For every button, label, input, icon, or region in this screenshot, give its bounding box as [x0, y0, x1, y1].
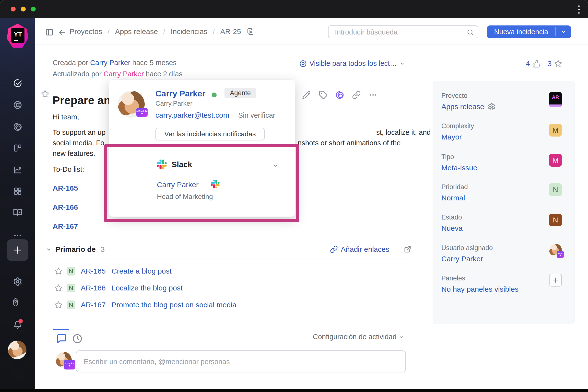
link-icon[interactable]: [352, 90, 361, 99]
more-apps-icon[interactable]: [13, 231, 22, 240]
help-icon[interactable]: ?: [13, 298, 22, 308]
comment-input[interactable]: [83, 352, 398, 371]
close-window-button[interactable]: [11, 6, 16, 12]
copy-id-icon[interactable]: [247, 28, 254, 36]
updated-user-link[interactable]: Carry Parker: [104, 70, 144, 78]
star-icon[interactable]: [54, 267, 63, 275]
popup-email-link[interactable]: carry.parker@test.com: [156, 111, 229, 120]
reports-icon[interactable]: [13, 165, 22, 174]
field-label: Tipo: [441, 153, 454, 161]
breadcrumb-projects[interactable]: Proyectos: [70, 28, 102, 36]
create-button[interactable]: [7, 239, 29, 261]
status-badge: N: [67, 284, 75, 292]
visibility-selector[interactable]: Visible para todos los lect…: [299, 60, 405, 68]
role-badge: Agente: [225, 88, 256, 98]
tag-icon[interactable]: [319, 90, 328, 99]
state-badge[interactable]: N: [549, 214, 562, 226]
priority-badge[interactable]: N: [549, 183, 562, 196]
thumbs-up-icon[interactable]: [532, 60, 541, 68]
complexity-badge[interactable]: M: [549, 124, 562, 136]
minimize-window-button[interactable]: [21, 6, 26, 12]
linked-issue-title[interactable]: Promote the blog post on social media: [112, 301, 236, 309]
new-issue-dropdown-icon[interactable]: [556, 29, 571, 35]
zoom-window-button[interactable]: [31, 6, 36, 12]
browser-menu-icon[interactable]: [577, 6, 581, 14]
search-icon[interactable]: [467, 29, 474, 36]
history-tab-icon[interactable]: [72, 333, 83, 344]
body-line-3-right: nshots or short animations of the: [298, 139, 401, 147]
slack-collapse-chevron-icon[interactable]: [272, 162, 279, 169]
toggle-panel-icon[interactable]: [45, 28, 54, 37]
issues-icon[interactable]: [13, 78, 22, 88]
activity-divider: [53, 330, 414, 330]
knowledge-base-icon[interactable]: [13, 208, 22, 217]
body-line-3-left: social media. Fo: [53, 139, 104, 147]
type-badge[interactable]: M: [549, 154, 562, 167]
add-links-button[interactable]: Añadir enlaces: [330, 245, 389, 254]
youtrack-tips-badge: YouTrack Tips✦: [136, 108, 148, 117]
field-label: Proyecto: [441, 92, 467, 100]
open-links-external-icon[interactable]: [404, 246, 411, 253]
add-board-button[interactable]: [549, 274, 562, 286]
slack-section-header[interactable]: Slack: [157, 160, 192, 169]
linked-issue-id[interactable]: AR-165: [81, 267, 106, 275]
project-settings-gear-icon[interactable]: [488, 103, 495, 110]
star-icon[interactable]: [54, 301, 63, 309]
created-user-link[interactable]: Carry Parker: [90, 59, 130, 66]
helpdesk-icon[interactable]: [13, 100, 22, 110]
search-box: [328, 26, 478, 38]
links-divider: [53, 258, 414, 258]
likes-count: 4: [526, 60, 530, 68]
collapse-chevron-icon[interactable]: [46, 246, 52, 252]
slack-user-link[interactable]: Carry Parker: [157, 180, 199, 189]
header-divider: [35, 44, 588, 45]
field-value-state[interactable]: Nueva: [441, 224, 463, 232]
linked-issue-title[interactable]: Create a blog post: [112, 267, 172, 275]
field-value-complexity[interactable]: Mayor: [441, 133, 462, 141]
breadcrumb-issues[interactable]: Incidencias: [171, 28, 207, 36]
popup-user-name[interactable]: Carry Parker: [156, 89, 205, 98]
project-avatar[interactable]: AR: [549, 92, 562, 107]
linked-issue-title[interactable]: Localize the blog post: [112, 284, 183, 292]
youtrack-logo[interactable]: YT: [7, 24, 29, 48]
field-value-priority[interactable]: Normal: [441, 194, 465, 202]
stars-count: 3: [548, 60, 552, 68]
new-issue-button[interactable]: Nueva incidencia: [487, 26, 571, 38]
todo-label: To-Do list:: [53, 166, 84, 174]
comments-tab-icon[interactable]: [56, 333, 67, 344]
user-avatar[interactable]: [8, 340, 27, 359]
field-value-project[interactable]: Apps release: [441, 102, 495, 111]
star-issue-icon[interactable]: [41, 90, 50, 98]
field-value-boards[interactable]: No hay paneles visibles: [441, 285, 518, 294]
settings-gear-icon[interactable]: [13, 277, 22, 286]
dashboards-icon[interactable]: [13, 186, 22, 196]
field-value-type[interactable]: Meta-issue: [441, 164, 477, 172]
field-value-assignee[interactable]: Carry Parker: [441, 255, 483, 263]
linked-issue-row: N AR-167 Promote the blog post on social…: [54, 300, 236, 309]
star-icon[interactable]: [554, 60, 562, 68]
linked-issue-id[interactable]: AR-167: [81, 301, 106, 309]
todo-link-ar166[interactable]: AR-166: [53, 203, 78, 212]
back-arrow-icon[interactable]: [58, 28, 67, 37]
breadcrumb-project[interactable]: Apps release: [115, 28, 158, 36]
edit-pencil-icon[interactable]: [302, 90, 311, 99]
notifications-bell-icon[interactable]: [13, 320, 22, 329]
activity-settings[interactable]: Configuración de actividad: [313, 333, 404, 341]
todo-link-ar167[interactable]: AR-167: [53, 222, 78, 230]
breadcrumb: Proyectos / Apps release / Incidencias /…: [70, 28, 254, 36]
agile-board-icon[interactable]: [13, 144, 22, 153]
star-icon[interactable]: [54, 284, 63, 292]
search-input[interactable]: [334, 27, 463, 37]
created-line: Creada por Carry Parker hace 5 meses: [53, 59, 177, 67]
reactions: 4 3: [526, 60, 562, 68]
breadcrumb-issue-id[interactable]: AR-25: [220, 28, 241, 36]
more-actions-icon[interactable]: [369, 90, 377, 99]
sprints-swirl-icon[interactable]: [13, 122, 22, 132]
app-window: YT ?: [0, 0, 588, 392]
help-question-glyph: ?: [13, 298, 18, 306]
linked-issue-id[interactable]: AR-166: [81, 284, 106, 292]
todo-link-ar165[interactable]: AR-165: [53, 184, 78, 192]
ai-assistant-icon[interactable]: [335, 90, 344, 99]
view-reported-issues-button[interactable]: Ver las incidencias notificadas: [156, 128, 265, 140]
chevron-down-icon: [398, 334, 404, 340]
